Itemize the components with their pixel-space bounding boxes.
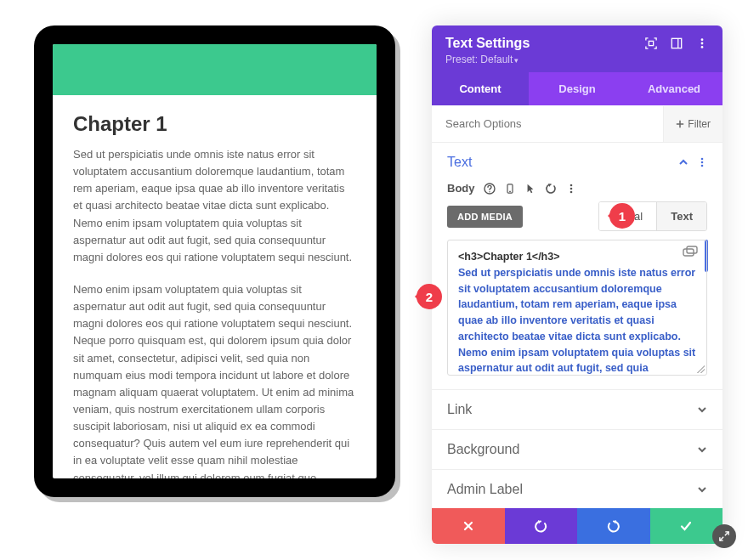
- cancel-button[interactable]: [432, 508, 505, 544]
- section-header-admin-label[interactable]: Admin Label: [432, 470, 722, 501]
- code-editor[interactable]: <h3>Chapter 1</h3> Sed ut perspiciatis u…: [447, 240, 707, 376]
- chapter-paragraph: Sed ut perspiciatis unde omnis iste natu…: [73, 146, 356, 266]
- chapter-content: Chapter 1 Sed ut perspiciatis unde omnis…: [53, 112, 377, 478]
- filter-label: Filter: [688, 118, 711, 130]
- chapter-title: Chapter 1: [73, 112, 356, 136]
- chevron-down-icon: [697, 484, 707, 495]
- more-icon[interactable]: [695, 37, 709, 50]
- section-admin-label: Admin Label: [432, 470, 722, 501]
- phone-icon[interactable]: [504, 183, 516, 195]
- undo-icon[interactable]: [545, 183, 557, 195]
- search-input[interactable]: [432, 105, 663, 142]
- preset-label[interactable]: Preset: Default▾: [445, 54, 709, 65]
- svg-point-17: [570, 190, 572, 193]
- chevron-down-icon: [697, 444, 707, 455]
- cursor-icon[interactable]: [524, 183, 536, 195]
- svg-point-16: [570, 187, 572, 189]
- section-title: Text: [447, 155, 472, 170]
- focus-icon[interactable]: [644, 37, 658, 50]
- svg-point-10: [701, 165, 704, 167]
- tab-advanced[interactable]: Advanced: [626, 72, 722, 105]
- chapter-paragraph: Nemo enim ipsam voluptatem quia voluptas…: [73, 281, 356, 478]
- svg-point-15: [570, 184, 572, 186]
- svg-point-3: [701, 38, 704, 41]
- section-more-icon[interactable]: [697, 157, 707, 167]
- section-background: Background: [432, 430, 722, 470]
- section-title: Admin Label: [447, 482, 523, 497]
- help-icon[interactable]: [484, 183, 496, 195]
- tab-design[interactable]: Design: [529, 72, 626, 105]
- svg-rect-1: [672, 38, 681, 48]
- expand-panel-button[interactable]: [712, 524, 736, 548]
- section-title: Link: [447, 402, 472, 417]
- body-label: Body: [447, 182, 475, 195]
- undo-button[interactable]: [505, 508, 578, 544]
- svg-rect-0: [649, 41, 653, 45]
- svg-point-9: [701, 161, 704, 164]
- redo-button[interactable]: [577, 508, 650, 544]
- svg-point-8: [701, 158, 704, 161]
- section-link: Link: [432, 390, 722, 430]
- section-header-background[interactable]: Background: [432, 430, 722, 469]
- tablet-screen: Chapter 1 Sed ut perspiciatis unde omnis…: [53, 44, 377, 478]
- svg-point-5: [701, 46, 704, 48]
- text-body: Body ADD MEDIA: [432, 182, 722, 389]
- code-line-body: Sed ut perspiciatis unde omnis iste natu…: [458, 267, 695, 376]
- tablet-preview: Chapter 1 Sed ut perspiciatis unde omnis…: [34, 25, 395, 497]
- section-header-link[interactable]: Link: [432, 390, 722, 429]
- layout-icon[interactable]: [670, 37, 683, 50]
- settings-panel: Text Settings Preset: Default▾ Content D…: [432, 25, 722, 544]
- section-header-text[interactable]: Text: [432, 143, 722, 182]
- callout-badge-1: 1: [609, 203, 635, 229]
- panel-header: Text Settings Preset: Default▾: [432, 25, 722, 72]
- add-media-button[interactable]: ADD MEDIA: [447, 206, 523, 228]
- svg-point-4: [701, 42, 704, 45]
- section-title: Background: [447, 442, 519, 457]
- section-text: Text Body: [432, 143, 722, 390]
- panel-tabs: Content Design Advanced: [432, 72, 722, 105]
- panel-title: Text Settings: [445, 36, 530, 51]
- header-banner: [53, 44, 377, 95]
- footer-actions: [432, 508, 722, 544]
- save-button[interactable]: [650, 508, 723, 544]
- callout-badge-2: 2: [416, 284, 442, 309]
- dynamic-content-icon[interactable]: [683, 246, 698, 257]
- search-row: Filter: [432, 105, 722, 143]
- chevron-up-icon: [678, 157, 688, 167]
- svg-rect-18: [683, 249, 694, 256]
- code-line-heading: <h3>Chapter 1</h3>: [458, 249, 696, 265]
- tab-content[interactable]: Content: [432, 72, 529, 105]
- chevron-down-icon: [697, 404, 707, 415]
- svg-rect-19: [687, 246, 697, 253]
- svg-point-12: [489, 191, 490, 192]
- filter-button[interactable]: Filter: [663, 106, 722, 142]
- more-icon[interactable]: [565, 183, 577, 195]
- editor-tab-text[interactable]: Text: [656, 202, 706, 230]
